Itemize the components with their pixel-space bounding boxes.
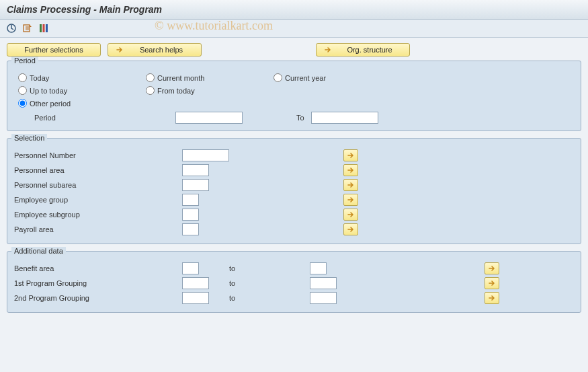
employee-subgroup-input[interactable] (182, 209, 199, 221)
radio-other-period-label[interactable]: Other period (30, 100, 71, 108)
org-structure-label: Org. structure (337, 46, 403, 54)
window-title: Claims Processing - Main Program (0, 0, 588, 20)
period-label: Period (34, 114, 101, 122)
multiple-selection-button[interactable] (485, 277, 499, 289)
search-helps-button[interactable]: Search helps (108, 43, 202, 57)
to-label: to (229, 264, 310, 272)
svg-rect-2 (40, 24, 42, 32)
to-label: to (229, 279, 310, 287)
sel-row-employee-group: Employee group (14, 192, 574, 207)
benefit-area-to-input[interactable] (310, 262, 327, 274)
additional-data-group: Additional data Benefit area to 1st Prog… (7, 251, 581, 313)
radio-from-today[interactable] (146, 86, 155, 95)
add-row-benefit-area: Benefit area to (14, 261, 574, 276)
personnel-area-input[interactable] (182, 164, 209, 176)
sel-label: Personnel Number (14, 151, 182, 159)
org-structure-button[interactable]: Org. structure (316, 43, 410, 57)
period-legend: Period (11, 57, 38, 65)
arrow-right-icon (323, 45, 333, 54)
further-selections-label: Further selections (24, 46, 83, 54)
selection-options-icon[interactable] (38, 22, 50, 34)
sel-row-personnel-subarea: Personnel subarea (14, 178, 574, 192)
sel-row-personnel-number: Personnel Number (14, 148, 574, 163)
multiple-selection-button[interactable] (343, 164, 358, 176)
add-row-1st-program-grouping: 1st Program Grouping to (14, 276, 574, 291)
multiple-selection-button[interactable] (485, 292, 499, 304)
add-label: 2nd Program Grouping (14, 294, 182, 302)
period-to-input[interactable] (311, 112, 378, 124)
multiple-selection-button[interactable] (343, 179, 358, 191)
add-label: Benefit area (14, 264, 182, 272)
radio-current-year-label[interactable]: Current year (285, 74, 326, 82)
get-variant-icon[interactable] (22, 22, 34, 34)
sel-row-payroll-area: Payroll area (14, 222, 574, 237)
add-row-2nd-program-grouping: 2nd Program Grouping to (14, 291, 574, 305)
to-label: to (229, 294, 310, 302)
radio-today-label[interactable]: Today (30, 74, 49, 82)
multiple-selection-button[interactable] (343, 223, 358, 235)
selection-group: Selection Personnel Number Personnel are… (7, 138, 581, 244)
sel-label: Employee group (14, 196, 182, 204)
period-from-input[interactable] (175, 112, 243, 124)
multiple-selection-button[interactable] (343, 209, 358, 221)
sel-row-personnel-area: Personnel area (14, 163, 574, 178)
employee-group-input[interactable] (182, 194, 199, 206)
period-to-label: To (296, 114, 304, 122)
radio-up-to-today-label[interactable]: Up to today (30, 87, 67, 95)
radio-current-month[interactable] (146, 73, 155, 82)
icon-toolbar (0, 20, 588, 38)
sel-label: Employee subgroup (14, 211, 182, 219)
additional-legend: Additional data (11, 247, 66, 255)
prog1-to-input[interactable] (310, 277, 337, 289)
multiple-selection-button[interactable] (343, 149, 358, 161)
multiple-selection-button[interactable] (343, 194, 358, 206)
benefit-area-from-input[interactable] (182, 262, 199, 274)
radio-today[interactable] (18, 73, 27, 82)
prog2-from-input[interactable] (182, 292, 209, 304)
radio-current-month-label[interactable]: Current month (157, 74, 204, 82)
personnel-subarea-input[interactable] (182, 179, 209, 191)
top-button-row: Further selections Search helps Org. str… (7, 43, 581, 57)
radio-other-period[interactable] (18, 99, 27, 108)
arrow-right-icon (115, 45, 124, 54)
sel-label: Personnel subarea (14, 181, 182, 189)
execute-icon[interactable] (5, 22, 17, 34)
add-label: 1st Program Grouping (14, 279, 182, 287)
payroll-area-input[interactable] (182, 223, 199, 235)
multiple-selection-button[interactable] (485, 262, 499, 274)
svg-rect-4 (46, 24, 48, 32)
personnel-number-input[interactable] (182, 149, 229, 161)
radio-up-to-today[interactable] (18, 86, 27, 95)
prog1-from-input[interactable] (182, 277, 209, 289)
period-group: Period Today Current month Current year … (7, 61, 581, 131)
selection-legend: Selection (11, 134, 47, 142)
search-helps-label: Search helps (128, 46, 194, 54)
sel-label: Payroll area (14, 225, 182, 233)
prog2-to-input[interactable] (310, 292, 337, 304)
further-selections-button[interactable]: Further selections (7, 43, 101, 57)
radio-current-year[interactable] (274, 73, 282, 82)
sel-row-employee-subgroup: Employee subgroup (14, 207, 574, 222)
svg-rect-3 (43, 24, 45, 32)
radio-from-today-label[interactable]: From today (157, 87, 195, 95)
sel-label: Personnel area (14, 166, 182, 174)
